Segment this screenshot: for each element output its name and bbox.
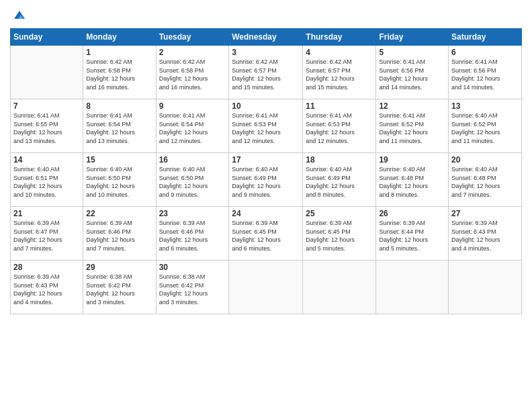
col-saturday: Saturday [449,29,522,46]
day-number: 21 [13,209,80,218]
day-number: 10 [232,101,300,111]
col-friday: Friday [376,29,449,46]
calendar-cell: 18Sunrise: 6:40 AM Sunset: 6:49 PM Dayli… [303,153,376,207]
day-info: Sunrise: 6:42 AM Sunset: 6:57 PM Dayligh… [306,58,373,91]
day-info: Sunrise: 6:41 AM Sunset: 6:53 PM Dayligh… [232,111,300,145]
calendar-cell [11,46,83,99]
col-monday: Monday [83,29,156,46]
calendar-cell: 17Sunrise: 6:40 AM Sunset: 6:49 PM Dayli… [229,153,303,207]
day-info: Sunrise: 6:40 AM Sunset: 6:50 PM Dayligh… [159,165,226,199]
day-info: Sunrise: 6:40 AM Sunset: 6:49 PM Dayligh… [232,165,300,199]
day-number: 13 [451,101,519,111]
day-info: Sunrise: 6:41 AM Sunset: 6:56 PM Dayligh… [379,58,445,91]
calendar-cell: 30Sunrise: 6:38 AM Sunset: 6:42 PM Dayli… [156,261,229,314]
day-info: Sunrise: 6:39 AM Sunset: 6:43 PM Dayligh… [451,219,519,253]
day-info: Sunrise: 6:40 AM Sunset: 6:52 PM Dayligh… [451,111,519,145]
calendar-cell: 11Sunrise: 6:41 AM Sunset: 6:53 PM Dayli… [303,99,376,153]
day-number: 14 [13,155,80,165]
calendar-cell: 29Sunrise: 6:38 AM Sunset: 6:42 PM Dayli… [83,261,156,314]
day-info: Sunrise: 6:42 AM Sunset: 6:57 PM Dayligh… [232,58,300,91]
calendar-cell: 25Sunrise: 6:39 AM Sunset: 6:45 PM Dayli… [303,207,376,261]
day-number: 6 [451,48,519,57]
day-number: 19 [379,155,445,165]
day-info: Sunrise: 6:39 AM Sunset: 6:44 PM Dayligh… [379,219,445,253]
calendar-table: Sunday Monday Tuesday Wednesday Thursday… [10,28,522,314]
day-number: 8 [86,101,152,111]
day-info: Sunrise: 6:39 AM Sunset: 6:45 PM Dayligh… [232,219,300,253]
day-info: Sunrise: 6:39 AM Sunset: 6:46 PM Dayligh… [159,219,226,253]
calendar-cell: 19Sunrise: 6:40 AM Sunset: 6:48 PM Dayli… [376,153,449,207]
calendar-cell [303,261,376,314]
calendar-cell: 23Sunrise: 6:39 AM Sunset: 6:46 PM Dayli… [156,207,229,261]
day-number: 23 [159,209,226,218]
day-info: Sunrise: 6:39 AM Sunset: 6:47 PM Dayligh… [13,219,80,253]
day-number: 2 [159,48,226,57]
calendar-cell: 7Sunrise: 6:41 AM Sunset: 6:55 PM Daylig… [11,99,83,153]
calendar-week-row: 1Sunrise: 6:42 AM Sunset: 6:58 PM Daylig… [11,46,522,99]
day-number: 15 [86,155,152,165]
day-info: Sunrise: 6:39 AM Sunset: 6:45 PM Dayligh… [306,219,373,253]
calendar-cell: 13Sunrise: 6:40 AM Sunset: 6:52 PM Dayli… [449,99,522,153]
day-info: Sunrise: 6:40 AM Sunset: 6:48 PM Dayligh… [379,165,445,199]
day-info: Sunrise: 6:41 AM Sunset: 6:56 PM Dayligh… [451,58,519,91]
day-info: Sunrise: 6:39 AM Sunset: 6:43 PM Dayligh… [13,273,80,306]
day-number: 27 [451,209,519,218]
calendar-cell: 27Sunrise: 6:39 AM Sunset: 6:43 PM Dayli… [449,207,522,261]
day-number: 18 [306,155,373,165]
col-wednesday: Wednesday [229,29,303,46]
col-thursday: Thursday [303,29,376,46]
day-info: Sunrise: 6:41 AM Sunset: 6:55 PM Dayligh… [13,111,80,145]
calendar-cell: 4Sunrise: 6:42 AM Sunset: 6:57 PM Daylig… [303,46,376,99]
calendar-week-row: 7Sunrise: 6:41 AM Sunset: 6:55 PM Daylig… [11,99,522,153]
header [10,7,522,23]
calendar-cell: 6Sunrise: 6:41 AM Sunset: 6:56 PM Daylig… [449,46,522,99]
day-info: Sunrise: 6:42 AM Sunset: 6:58 PM Dayligh… [86,58,152,91]
day-info: Sunrise: 6:40 AM Sunset: 6:48 PM Dayligh… [451,165,519,199]
day-info: Sunrise: 6:39 AM Sunset: 6:46 PM Dayligh… [86,219,152,253]
col-tuesday: Tuesday [156,29,229,46]
calendar-week-row: 28Sunrise: 6:39 AM Sunset: 6:43 PM Dayli… [11,261,522,314]
calendar-cell: 26Sunrise: 6:39 AM Sunset: 6:44 PM Dayli… [376,207,449,261]
day-number: 24 [232,209,300,218]
day-info: Sunrise: 6:38 AM Sunset: 6:42 PM Dayligh… [159,273,226,306]
calendar-week-row: 21Sunrise: 6:39 AM Sunset: 6:47 PM Dayli… [11,207,522,261]
day-number: 22 [86,209,152,218]
day-info: Sunrise: 6:41 AM Sunset: 6:54 PM Dayligh… [159,111,226,145]
calendar-cell: 28Sunrise: 6:39 AM Sunset: 6:43 PM Dayli… [11,261,83,314]
calendar-week-row: 14Sunrise: 6:40 AM Sunset: 6:51 PM Dayli… [11,153,522,207]
logo-text [10,7,28,23]
calendar-cell [376,261,449,314]
calendar-cell: 2Sunrise: 6:42 AM Sunset: 6:58 PM Daylig… [156,46,229,99]
calendar-cell [229,261,303,314]
day-number: 28 [13,263,80,272]
day-number: 11 [306,101,373,111]
calendar-cell: 10Sunrise: 6:41 AM Sunset: 6:53 PM Dayli… [229,99,303,153]
day-number: 30 [159,263,226,272]
day-number: 17 [232,155,300,165]
day-number: 16 [159,155,226,165]
calendar-cell: 24Sunrise: 6:39 AM Sunset: 6:45 PM Dayli… [229,207,303,261]
calendar-cell [449,261,522,314]
day-info: Sunrise: 6:40 AM Sunset: 6:49 PM Dayligh… [306,165,373,199]
day-number: 1 [86,48,152,57]
page: Sunday Monday Tuesday Wednesday Thursday… [0,0,532,411]
calendar-header-row: Sunday Monday Tuesday Wednesday Thursday… [11,29,522,46]
calendar-cell: 14Sunrise: 6:40 AM Sunset: 6:51 PM Dayli… [11,153,83,207]
day-number: 3 [232,48,300,57]
day-number: 29 [86,263,152,272]
day-info: Sunrise: 6:41 AM Sunset: 6:52 PM Dayligh… [379,111,445,145]
calendar-cell: 3Sunrise: 6:42 AM Sunset: 6:57 PM Daylig… [229,46,303,99]
calendar-cell: 16Sunrise: 6:40 AM Sunset: 6:50 PM Dayli… [156,153,229,207]
day-number: 12 [379,101,445,111]
day-number: 7 [13,101,80,111]
day-number: 25 [306,209,373,218]
col-sunday: Sunday [11,29,83,46]
calendar-cell: 1Sunrise: 6:42 AM Sunset: 6:58 PM Daylig… [83,46,156,99]
day-info: Sunrise: 6:41 AM Sunset: 6:54 PM Dayligh… [86,111,152,145]
day-number: 26 [379,209,445,218]
calendar-cell: 20Sunrise: 6:40 AM Sunset: 6:48 PM Dayli… [449,153,522,207]
calendar-cell: 12Sunrise: 6:41 AM Sunset: 6:52 PM Dayli… [376,99,449,153]
calendar-cell: 15Sunrise: 6:40 AM Sunset: 6:50 PM Dayli… [83,153,156,207]
day-info: Sunrise: 6:40 AM Sunset: 6:50 PM Dayligh… [86,165,152,199]
day-number: 9 [159,101,226,111]
